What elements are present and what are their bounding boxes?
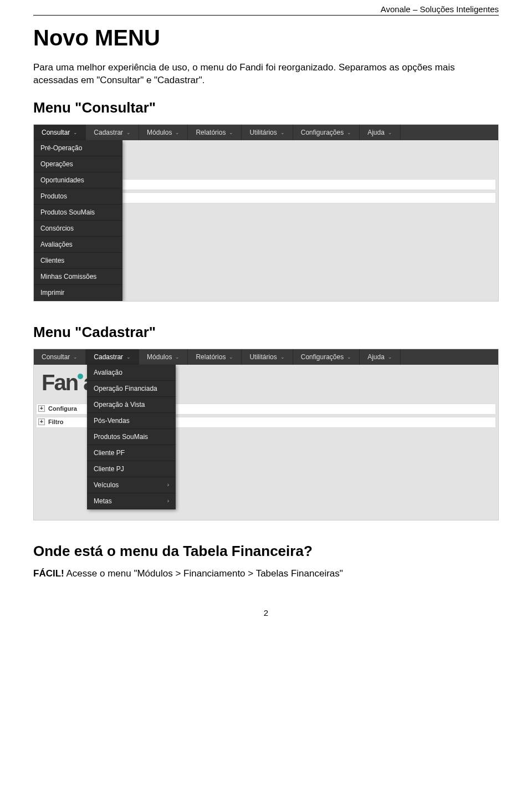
logo-text-part: Fan — [42, 370, 78, 395]
dd-label: Produtos — [40, 192, 67, 200]
dd-label: Pré-Operação — [40, 144, 82, 152]
dd-label: Minhas Comissões — [40, 273, 96, 280]
menu-label: Utilitários — [249, 353, 277, 361]
answer-prefix: FÁCIL! — [33, 568, 64, 579]
section-title-cadastrar: Menu "Cadastrar" — [33, 324, 499, 341]
menu-ajuda[interactable]: Ajuda ⌄ — [360, 349, 401, 365]
dd-label: Veículos — [94, 481, 119, 489]
chevron-down-icon: ⌄ — [280, 130, 285, 135]
dd-item-consorcios[interactable]: Consórcios — [34, 221, 122, 237]
dd-label: Cliente PF — [94, 449, 125, 457]
dropdown-consultar: Pré-Operação Operações Oportunidades Pro… — [34, 140, 122, 301]
dd-label: Metas — [94, 497, 112, 505]
dd-label: Produtos SouMais — [94, 433, 148, 441]
dd-item-operacao-financiada[interactable]: Operação Financiada — [87, 381, 176, 397]
menu-utilitarios[interactable]: Utilitários ⌄ — [242, 349, 293, 365]
screenshot-consultar: Consultar ⌄ Cadastrar ⌄ Módulos ⌄ Relató… — [33, 124, 499, 302]
page-number: 2 — [33, 608, 499, 618]
chevron-down-icon: ⌄ — [126, 130, 131, 135]
menu-ajuda[interactable]: Ajuda ⌄ — [360, 125, 401, 140]
menu-label: Relatórios — [196, 353, 226, 361]
menu-label: Consultar — [42, 353, 70, 361]
dd-label: Pós-Vendas — [94, 417, 130, 425]
dd-label: Operações — [40, 160, 73, 168]
chevron-down-icon: ⌄ — [175, 354, 180, 360]
chevron-down-icon: ⌄ — [280, 354, 285, 360]
menu-relatorios[interactable]: Relatórios ⌄ — [188, 125, 242, 140]
dd-item-operacoes[interactable]: Operações — [34, 156, 122, 172]
chevron-down-icon: ⌄ — [347, 130, 351, 135]
dd-item-cliente-pf[interactable]: Cliente PF — [87, 445, 176, 461]
chevron-right-icon: › — [167, 482, 169, 488]
answer-rest: Acesse o menu "Módulos > Financiamento >… — [64, 568, 343, 579]
screenshot-cadastrar: Consultar ⌄ Cadastrar ⌄ Módulos ⌄ Relató… — [33, 349, 499, 520]
menu-label: Consultar — [42, 129, 70, 136]
dd-label: Imprimir — [40, 289, 64, 297]
header-brand: Avonale – Soluções Inteligentes — [33, 0, 499, 16]
menubar: Consultar ⌄ Cadastrar ⌄ Módulos ⌄ Relató… — [34, 125, 498, 140]
sidebar-item-configuracoes[interactable]: + Configura — [38, 405, 77, 412]
dd-item-imprimir[interactable]: Imprimir — [34, 285, 122, 301]
dd-label: Clientes — [40, 257, 64, 264]
dd-item-pos-vendas[interactable]: Pós-Vendas — [87, 413, 176, 429]
sidebar-item-filtro[interactable]: + Filtro — [38, 419, 64, 425]
chevron-down-icon: ⌄ — [126, 354, 131, 360]
menu-consultar[interactable]: Consultar ⌄ — [34, 349, 86, 365]
dd-item-avaliacao[interactable]: Avaliação — [87, 365, 176, 381]
plus-icon: + — [38, 405, 45, 412]
menu-label: Módulos — [147, 129, 172, 136]
dd-item-minhas-comissoes[interactable]: Minhas Comissões — [34, 269, 122, 285]
dd-item-avaliacoes[interactable]: Avaliações — [34, 237, 122, 253]
menu-label: Cadastrar — [94, 129, 123, 136]
dd-item-produtos-soumais[interactable]: Produtos SouMais — [34, 205, 122, 221]
chevron-down-icon: ⌄ — [229, 354, 233, 360]
menu-utilitarios[interactable]: Utilitários ⌄ — [242, 125, 293, 140]
page-title: Novo MENU — [33, 25, 499, 50]
menu-label: Ajuda — [367, 129, 385, 136]
menu-label: Configurações — [301, 353, 344, 361]
menu-label: Módulos — [147, 353, 172, 361]
dd-item-operacao-a-vista[interactable]: Operação à Vista — [87, 397, 176, 413]
logo-dot-icon — [78, 374, 83, 379]
menu-relatorios[interactable]: Relatórios ⌄ — [188, 349, 242, 365]
menu-label: Relatórios — [196, 129, 226, 136]
menu-cadastrar[interactable]: Cadastrar ⌄ — [86, 125, 139, 140]
dd-label: Operação Financiada — [94, 385, 157, 392]
dropdown-cadastrar: Avaliação Operação Financiada Operação à… — [87, 365, 176, 509]
dd-item-pre-operacao[interactable]: Pré-Operação — [34, 140, 122, 156]
dd-item-veiculos[interactable]: Veículos› — [87, 477, 176, 493]
dd-item-produtos-soumais[interactable]: Produtos SouMais — [87, 429, 176, 445]
chevron-down-icon: ⌄ — [73, 354, 78, 360]
intro-paragraph: Para uma melhor experiência de uso, o me… — [33, 62, 499, 87]
dd-item-clientes[interactable]: Clientes — [34, 253, 122, 269]
dd-item-produtos[interactable]: Produtos — [34, 188, 122, 205]
dd-item-oportunidades[interactable]: Oportunidades — [34, 172, 122, 188]
chevron-down-icon: ⌄ — [347, 354, 351, 360]
dd-label: Cliente PJ — [94, 465, 124, 473]
menu-label: Ajuda — [367, 353, 385, 361]
dd-label: Avaliação — [94, 369, 122, 376]
dd-label: Produtos SouMais — [40, 208, 95, 216]
sidebar-label-partial: Configura — [48, 405, 77, 412]
menu-label: Cadastrar — [94, 353, 123, 361]
dd-item-cliente-pj[interactable]: Cliente PJ — [87, 461, 176, 477]
menu-modulos[interactable]: Módulos ⌄ — [139, 349, 188, 365]
question-title: Onde está o menu da Tabela Financeira? — [33, 543, 499, 560]
dd-item-metas[interactable]: Metas› — [87, 493, 176, 509]
chevron-down-icon: ⌄ — [175, 130, 180, 135]
menu-consultar[interactable]: Consultar ⌄ — [34, 125, 86, 140]
dd-label: Avaliações — [40, 241, 73, 248]
answer-paragraph: FÁCIL! Acesse o menu "Módulos > Financia… — [33, 568, 499, 580]
sidebar-label-partial: Filtro — [48, 419, 64, 425]
chevron-down-icon: ⌄ — [388, 130, 392, 135]
plus-icon: + — [38, 419, 45, 425]
menu-modulos[interactable]: Módulos ⌄ — [139, 125, 188, 140]
chevron-right-icon: › — [167, 498, 169, 504]
menu-configuracoes[interactable]: Configurações ⌄ — [293, 125, 360, 140]
chevron-down-icon: ⌄ — [73, 130, 78, 135]
chevron-down-icon: ⌄ — [388, 354, 392, 360]
menubar: Consultar ⌄ Cadastrar ⌄ Módulos ⌄ Relató… — [34, 349, 498, 365]
menu-cadastrar[interactable]: Cadastrar ⌄ — [86, 349, 139, 365]
section-title-consultar: Menu "Consultar" — [33, 99, 499, 116]
menu-configuracoes[interactable]: Configurações ⌄ — [293, 349, 360, 365]
